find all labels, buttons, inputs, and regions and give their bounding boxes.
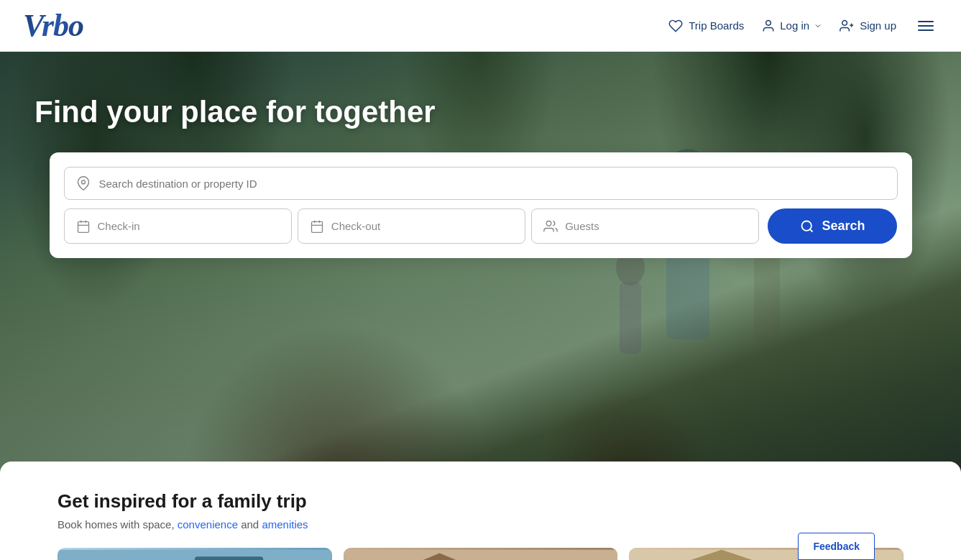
search-box: Check-in Check-out	[50, 152, 912, 258]
checkin-field[interactable]: Check-in	[64, 208, 292, 244]
hamburger-menu[interactable]	[914, 17, 938, 35]
property-cards-row	[58, 548, 903, 560]
guests-icon	[543, 219, 558, 234]
calendar-icon-checkin	[76, 219, 91, 234]
guests-field[interactable]: Guests	[531, 208, 759, 244]
main-nav: Trip Boards Log in Sign up	[668, 17, 938, 35]
location-icon	[76, 176, 91, 191]
convenience-link[interactable]: convenience	[178, 518, 238, 531]
destination-field[interactable]	[64, 167, 898, 200]
search-button[interactable]: Search	[768, 208, 897, 244]
inspiration-subtitle: Book homes with space, convenience and a…	[58, 518, 903, 531]
checkout-field[interactable]: Check-out	[298, 208, 525, 244]
trip-boards-link[interactable]: Trip Boards	[668, 19, 744, 33]
subtitle-plain: Book homes with space,	[58, 518, 178, 531]
svg-rect-22	[58, 550, 332, 560]
user-icon	[761, 19, 776, 33]
signup-label: Sign up	[860, 19, 896, 32]
guests-label: Guests	[565, 220, 599, 232]
destination-input[interactable]	[99, 178, 886, 190]
feedback-button[interactable]: Feedback	[798, 533, 875, 560]
hamburger-line-3	[918, 29, 934, 31]
search-button-label: Search	[822, 219, 865, 234]
property-card-1[interactable]	[58, 548, 332, 560]
svg-point-0	[766, 20, 771, 25]
hamburger-line-1	[918, 21, 934, 22]
login-link[interactable]: Log in	[761, 19, 822, 33]
header: Vrbo Trip Boards Log in	[0, 0, 961, 52]
subtitle-between: and	[238, 518, 262, 531]
logo[interactable]: Vrbo	[23, 7, 83, 44]
logo-text: Vrbo	[23, 7, 83, 44]
svg-rect-11	[78, 221, 88, 232]
svg-point-19	[546, 221, 551, 226]
trip-boards-label: Trip Boards	[689, 19, 744, 32]
svg-line-21	[810, 229, 813, 232]
hero-title: Find your place for together	[35, 95, 466, 129]
calendar-icon-checkout	[310, 219, 324, 234]
search-icon	[800, 219, 814, 234]
login-label: Log in	[780, 19, 809, 32]
user-plus-icon	[840, 19, 854, 33]
property-card-image-1	[58, 548, 332, 560]
svg-point-20	[802, 221, 811, 230]
chevron-down-icon	[814, 22, 822, 30]
checkin-label: Check-in	[98, 220, 140, 232]
signup-link[interactable]: Sign up	[840, 19, 896, 33]
svg-rect-29	[344, 550, 618, 560]
heart-icon	[668, 19, 683, 33]
svg-rect-15	[311, 221, 322, 232]
hamburger-line-2	[918, 25, 934, 27]
inspiration-title: Get inspired for a family trip	[58, 490, 903, 513]
svg-rect-26	[195, 556, 263, 560]
hero-content: Find your place for together	[0, 52, 961, 258]
svg-point-10	[81, 180, 85, 184]
checkout-label: Check-out	[331, 220, 380, 232]
search-row: Check-in Check-out	[64, 208, 898, 244]
svg-point-1	[842, 20, 847, 25]
hero-section: Find your place for together	[0, 52, 961, 476]
amenities-link[interactable]: amenities	[262, 518, 308, 531]
property-card-2[interactable]	[344, 548, 618, 560]
property-card-image-2	[344, 548, 618, 560]
